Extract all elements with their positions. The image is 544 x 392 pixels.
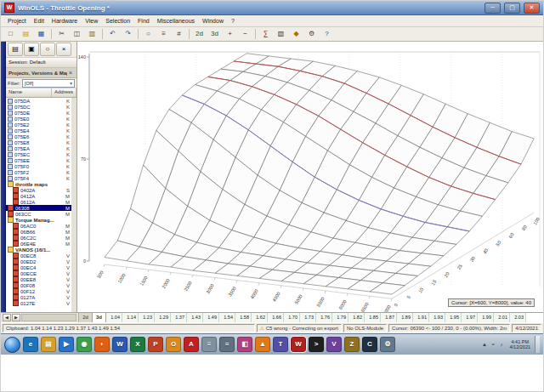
- tab-3d[interactable]: 3d: [93, 313, 106, 322]
- map-list-item[interactable]: 06E4EM: [6, 241, 71, 247]
- search-maps-icon[interactable]: ○: [40, 43, 55, 56]
- session-selector[interactable]: Session: Default: [6, 58, 76, 68]
- maximize-button[interactable]: ▢: [504, 3, 520, 14]
- media-player-icon[interactable]: ▶: [59, 337, 74, 352]
- column-address[interactable]: Address: [52, 88, 76, 97]
- map-list-item[interactable]: 0402AS: [6, 187, 71, 193]
- map-list-item[interactable]: 075F2K: [6, 169, 71, 175]
- map-list-item[interactable]: 075E4K: [6, 128, 71, 134]
- map-folder[interactable]: throttle maps: [6, 181, 71, 187]
- map-value-cell[interactable]: 1.66: [268, 313, 284, 322]
- find-icon[interactable]: ○: [141, 28, 156, 41]
- windows-explorer-icon[interactable]: ▤: [41, 337, 56, 352]
- cut-icon[interactable]: ✂: [54, 28, 69, 41]
- map-list-item[interactable]: 06C2CM: [6, 235, 71, 241]
- map-value-cell[interactable]: 1.76: [316, 313, 332, 322]
- map-list-item[interactable]: 075EAK: [6, 145, 71, 151]
- map-list-item[interactable]: 06AC0M: [6, 223, 71, 229]
- map-pack-icon[interactable]: ▧: [274, 28, 288, 41]
- copy-icon[interactable]: ◫: [70, 28, 84, 41]
- new-folder-icon[interactable]: ▣: [24, 43, 39, 56]
- connect-icon[interactable]: ◆: [289, 28, 303, 41]
- menu-hardware[interactable]: Hardware: [48, 16, 81, 26]
- map-list-item[interactable]: 075E2K: [6, 122, 71, 128]
- map-value-cell[interactable]: 1.91: [413, 313, 429, 322]
- zoom-in-icon[interactable]: +: [223, 28, 237, 41]
- internet-explorer-icon[interactable]: e: [23, 337, 38, 352]
- map-list-item[interactable]: 075E0K: [6, 116, 71, 122]
- powerpoint-icon[interactable]: P: [148, 337, 163, 352]
- menu-find[interactable]: Find: [134, 16, 153, 26]
- map-value-cell[interactable]: 1.62: [252, 313, 268, 322]
- map-value-cell[interactable]: 1.54: [219, 313, 235, 322]
- show-desktop-button[interactable]: [535, 336, 540, 353]
- vlc-icon[interactable]: ▲: [255, 337, 270, 352]
- menu-help[interactable]: ?: [228, 16, 238, 26]
- chrome-icon[interactable]: ◉: [76, 337, 92, 352]
- map-value-cell[interactable]: 1.37: [171, 313, 187, 322]
- save-icon[interactable]: ▦: [34, 28, 48, 41]
- chart-area[interactable]: 0701405001000150020002500300035004000450…: [77, 42, 543, 312]
- firefox-icon[interactable]: ◗: [94, 337, 110, 352]
- map-value-cell[interactable]: 1.58: [235, 313, 252, 322]
- map-list-item[interactable]: 075E6K: [6, 134, 71, 139]
- pdf-reader-icon[interactable]: A: [184, 337, 199, 352]
- paste-icon[interactable]: ▥: [85, 28, 99, 41]
- panel-close-icon[interactable]: ×: [67, 70, 74, 76]
- map-list-item[interactable]: 075DEK: [6, 110, 71, 116]
- map-list-item[interactable]: 00F12V: [6, 288, 71, 294]
- map-list-item[interactable]: 0612AM: [6, 199, 71, 205]
- map-value-cell[interactable]: 1.14: [122, 313, 139, 322]
- map-value-cell[interactable]: 1.93: [429, 313, 445, 322]
- text-view-icon[interactable]: ≡: [156, 28, 171, 41]
- scroll-track[interactable]: [21, 314, 76, 321]
- map-value-cell[interactable]: 1.87: [381, 313, 397, 322]
- tray-icon-1[interactable]: ≈: [490, 341, 497, 349]
- control-panel-icon[interactable]: ⚙: [380, 337, 395, 352]
- map-list-item[interactable]: 075F0K: [6, 163, 71, 169]
- teams-icon[interactable]: T: [273, 337, 288, 352]
- map-value-cell[interactable]: 1.97: [462, 313, 478, 322]
- excel-icon[interactable]: X: [130, 337, 145, 352]
- open-project-icon[interactable]: ▤: [8, 43, 23, 56]
- map-list-item[interactable]: 063CCM: [6, 211, 71, 217]
- command-prompt-icon[interactable]: C: [362, 337, 377, 352]
- scroll-left-icon[interactable]: ◀: [3, 314, 11, 321]
- map-list-item[interactable]: 06308M: [6, 205, 71, 211]
- checksum-icon[interactable]: ∑: [258, 28, 273, 41]
- start-button[interactable]: [4, 337, 20, 353]
- map-list-item[interactable]: 00EC8V: [6, 253, 71, 258]
- view-3d-icon[interactable]: 3d: [207, 28, 222, 41]
- map-value-cell[interactable]: 1.04: [106, 313, 122, 322]
- map-value-cell[interactable]: 1.85: [365, 313, 381, 322]
- map-value-cell[interactable]: 1.43: [187, 313, 203, 322]
- map-value-cell[interactable]: 1.79: [332, 313, 348, 322]
- map-value-cell[interactable]: 1.73: [300, 313, 316, 322]
- map-value-cell[interactable]: 1.70: [284, 313, 300, 322]
- map-value-cell[interactable]: 1.95: [445, 313, 462, 322]
- winols-icon[interactable]: W: [291, 337, 306, 352]
- help-icon[interactable]: ?: [320, 28, 334, 41]
- filter-dropdown[interactable]: [Off] ▾: [22, 79, 75, 88]
- map-list-item[interactable]: 075E8K: [6, 139, 71, 145]
- tab-2d[interactable]: 2d: [79, 313, 93, 322]
- menu-project[interactable]: Project: [4, 16, 30, 26]
- map-list-item[interactable]: 00F08V: [6, 282, 71, 288]
- map-value-cell[interactable]: 1.49: [203, 313, 219, 322]
- map-list-item[interactable]: 06B66M: [6, 229, 71, 235]
- menu-edit[interactable]: Edit: [31, 16, 48, 26]
- notepad-icon[interactable]: ≡: [201, 337, 217, 352]
- map-list-item[interactable]: 00ED2V: [6, 258, 71, 264]
- map-list-item[interactable]: 00EC4V: [6, 264, 71, 270]
- delete-entry-icon[interactable]: ×: [56, 43, 71, 56]
- new-icon[interactable]: □: [3, 28, 18, 41]
- undo-icon[interactable]: ↶: [105, 28, 120, 41]
- minimize-button[interactable]: ─: [484, 3, 501, 14]
- paint-icon[interactable]: ◧: [237, 337, 252, 352]
- map-value-cell[interactable]: 1.82: [348, 313, 365, 322]
- visual-studio-icon[interactable]: V: [326, 337, 342, 352]
- zoom-out-icon[interactable]: −: [238, 28, 252, 41]
- menu-window[interactable]: Window: [199, 16, 227, 26]
- map-folder[interactable]: Torque Manag...: [6, 217, 71, 223]
- redo-icon[interactable]: ↷: [121, 28, 135, 41]
